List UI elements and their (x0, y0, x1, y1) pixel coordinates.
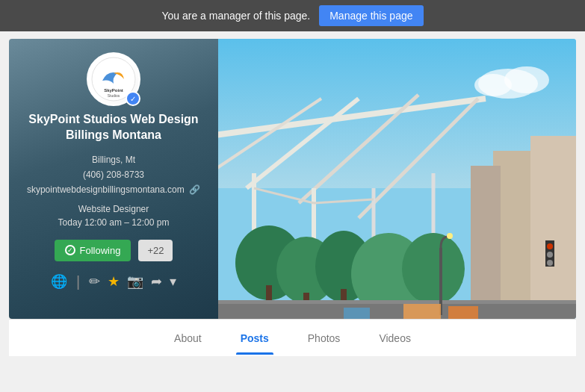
svg-point-36 (547, 252, 553, 258)
avatar-wrap: SkyPoint Studios ✓ (87, 52, 140, 106)
chevron-down-icon[interactable]: ▾ (170, 273, 176, 290)
svg-rect-31 (403, 304, 441, 319)
website-icon: 🔗 (189, 184, 200, 195)
globe-icon[interactable]: 🌐 (51, 273, 67, 290)
notification-bar: You are a manager of this page. Manage t… (0, 0, 585, 31)
manage-page-button[interactable]: Manage this page (319, 5, 423, 26)
hours-block: Website Designer Today 12:00 am – 12:00 … (58, 202, 170, 229)
tab-photos[interactable]: Photos (303, 322, 345, 355)
share-icon[interactable]: ➦ (151, 273, 162, 290)
location-text: Billings, Mt (92, 155, 135, 165)
action-icons-row: 🌐 | ✏ ★ 📷 ➦ ▾ (51, 273, 176, 290)
edit-icon[interactable]: ✏ (89, 273, 100, 290)
following-button[interactable]: ✓ Following (55, 240, 131, 261)
cover-photo (218, 39, 576, 319)
svg-text:Studios: Studios (108, 93, 120, 98)
category-text: Website Designer (78, 204, 149, 214)
business-name: SkyPoint Studios Web Design Billings Mon… (21, 112, 206, 143)
divider: | (76, 273, 80, 290)
svg-text:SkyPoint: SkyPoint (104, 88, 123, 93)
profile-section: SkyPoint Studios ✓ SkyPoint Studios Web … (9, 39, 576, 319)
verified-badge: ✓ (126, 91, 140, 106)
svg-point-23 (402, 233, 465, 305)
svg-rect-7 (471, 166, 501, 300)
svg-rect-33 (344, 308, 370, 319)
plus-badge-button[interactable]: +22 (138, 240, 173, 261)
main-content: SkyPoint Studios ✓ SkyPoint Studios Web … (0, 31, 585, 356)
following-row: ✓ Following +22 (55, 240, 173, 261)
tab-about[interactable]: About (170, 322, 206, 355)
svg-point-35 (547, 243, 553, 249)
notification-text: You are a manager of this page. (161, 10, 310, 22)
svg-point-37 (547, 260, 553, 266)
phone-text: (406) 208-8733 (83, 169, 144, 180)
location-info: Billings, Mt (406) 208-8733 skypointwebd… (27, 152, 200, 198)
svg-rect-28 (218, 304, 576, 319)
svg-rect-6 (530, 136, 576, 300)
left-panel: SkyPoint Studios ✓ SkyPoint Studios Web … (9, 39, 218, 319)
camera-icon[interactable]: 📷 (127, 273, 143, 290)
svg-point-39 (504, 66, 549, 93)
svg-point-40 (474, 74, 512, 96)
tab-videos[interactable]: Videos (374, 322, 415, 355)
svg-rect-32 (448, 306, 478, 319)
website-text: skypointwebdesignbillingsmontana.com (27, 184, 185, 195)
tab-posts[interactable]: Posts (236, 322, 273, 355)
check-circle-icon: ✓ (65, 245, 75, 255)
check-icon: ✓ (67, 246, 73, 254)
tabs-bar: About Posts Photos Videos (9, 319, 576, 356)
hours-text: Today 12:00 am – 12:00 pm (58, 217, 170, 228)
star-icon[interactable]: ★ (108, 273, 120, 290)
following-label: Following (80, 245, 121, 256)
svg-point-30 (447, 233, 453, 239)
